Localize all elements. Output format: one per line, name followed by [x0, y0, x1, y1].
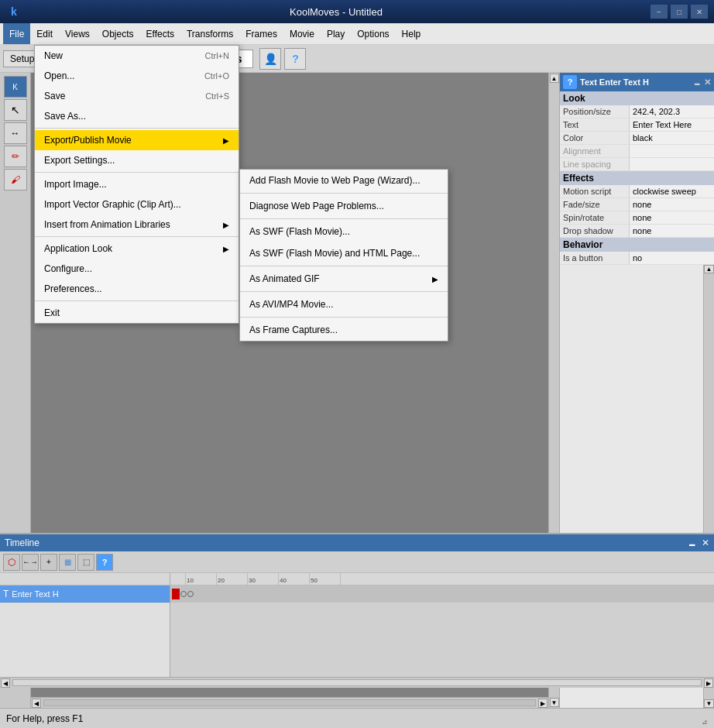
app-look-arrow: ▶	[223, 245, 229, 253]
setup-label: Setup	[10, 53, 34, 64]
frame-block-1[interactable]	[172, 589, 180, 599]
close-window-button[interactable]: ✕	[691, 5, 708, 19]
ruler-mark-50: 50	[310, 573, 341, 585]
prop-value-position[interactable]: 242.4, 202.3	[630, 105, 714, 118]
submenu-frame-captures[interactable]: As Frame Captures...	[240, 319, 448, 341]
prop-value-fade[interactable]: none	[630, 198, 714, 211]
timeline-hscrollbar[interactable]: ◀ ▶	[0, 677, 714, 688]
submenu-avi-mp4[interactable]: As AVI/MP4 Movie...	[240, 294, 448, 315]
ruler-mark-40: 40	[279, 573, 310, 585]
prop-name-color: Color	[560, 132, 630, 144]
submenu-add-flash-wizard[interactable]: Add Flash Movie to Web Page (Wizard)...	[240, 170, 448, 191]
menu-item-frames[interactable]: Frames	[239, 23, 283, 44]
prop-spin-rotate: Spin/rotate none	[560, 211, 714, 225]
status-text: For Help, press F1	[6, 713, 83, 724]
tl-scroll-left[interactable]: ◀	[1, 678, 10, 688]
menu-export-settings[interactable]: Export Settings...	[35, 150, 239, 170]
prop-value-motion[interactable]: clockwise sweep	[630, 185, 714, 197]
panel-close-button[interactable]: ✕	[704, 77, 711, 88]
ruler-mark-20: 20	[217, 573, 248, 585]
animated-gif-arrow: ▶	[432, 275, 438, 283]
menu-item-objects[interactable]: Objects	[96, 23, 140, 44]
tool-pencil[interactable]: ✏	[4, 146, 27, 167]
user-icon-button[interactable]: 👤	[259, 48, 281, 70]
right-panel-header: ? Text Enter Text H 🗕 ✕	[560, 73, 714, 91]
tl-tool-4[interactable]: ▦	[59, 554, 76, 571]
menu-item-options[interactable]: Options	[351, 23, 395, 44]
submenu-sep-4	[240, 291, 448, 292]
track-type-icon: T	[3, 589, 9, 599]
tl-tool-help[interactable]: ?	[96, 554, 113, 571]
tl-scroll-right[interactable]: ▶	[704, 678, 713, 688]
horizontal-scrollbar[interactable]: ◀ ▶	[31, 697, 548, 708]
panel-help-button[interactable]: ?	[563, 75, 577, 89]
tool-arrow1[interactable]: ↖	[4, 99, 27, 121]
menu-item-help[interactable]: Help	[396, 23, 427, 44]
submenu-swf-html[interactable]: As SWF (Flash Movie) and HTML Page...	[240, 242, 448, 264]
tool-select[interactable]: K	[4, 76, 27, 98]
menu-item-file[interactable]: File	[3, 23, 30, 44]
tool-arrow2[interactable]: ↔	[4, 122, 27, 144]
prop-name-position: Position/size	[560, 105, 630, 118]
submenu-diagnose-label: Diagnose Web Page Problems...	[249, 201, 384, 211]
menu-save[interactable]: Save Ctrl+S	[35, 86, 239, 106]
separator-3	[35, 236, 239, 237]
menu-item-views[interactable]: Views	[59, 23, 96, 44]
menu-export-publish[interactable]: Export/Publish Movie ▶	[35, 130, 239, 150]
panel-pin-button[interactable]: 🗕	[693, 78, 701, 87]
file-menu-dropdown: New Ctrl+N Open... Ctrl+O Save Ctrl+S Sa…	[34, 45, 239, 324]
menu-item-movie[interactable]: Movie	[283, 23, 321, 44]
resize-grip[interactable]: ⊿	[700, 717, 709, 726]
submenu-animated-gif[interactable]: As Animated GIF ▶	[240, 268, 448, 290]
prop-value-spin[interactable]: none	[630, 211, 714, 224]
menu-preferences[interactable]: Preferences...	[35, 279, 239, 299]
menu-item-effects[interactable]: Effects	[140, 23, 180, 44]
help-icon-button[interactable]: ?	[284, 48, 306, 70]
submenu-diagnose[interactable]: Diagnose Web Page Problems...	[240, 195, 448, 217]
tl-tool-5[interactable]: ⬚	[77, 554, 94, 571]
menu-item-play[interactable]: Play	[321, 23, 351, 44]
menu-item-edit[interactable]: Edit	[30, 23, 59, 44]
menu-item-transforms[interactable]: Transforms	[180, 23, 239, 44]
prop-value-text[interactable]: Enter Text Here	[630, 118, 714, 131]
frame-circle-1	[180, 591, 187, 597]
maximize-button[interactable]: □	[671, 5, 688, 19]
timeline-close-button[interactable]: ✕	[702, 537, 709, 548]
menu-exit[interactable]: Exit	[35, 303, 239, 323]
tool-paintbrush[interactable]: 🖌	[4, 169, 27, 191]
section-effects: Effects	[560, 171, 714, 185]
menu-preferences-label: Preferences...	[44, 283, 102, 294]
menu-import-vector[interactable]: Import Vector Graphic (Clip Art)...	[35, 194, 239, 215]
menu-open[interactable]: Open... Ctrl+O	[35, 66, 239, 86]
tl-scroll-thumb[interactable]	[12, 679, 702, 686]
menu-import-image[interactable]: Import Image...	[35, 174, 239, 194]
separator-1	[35, 128, 239, 129]
menu-app-look-label: Application Look	[44, 243, 112, 254]
tl-tool-1[interactable]: ⬡	[3, 554, 20, 571]
prop-is-button: Is a button no	[560, 252, 714, 265]
tl-tool-2[interactable]: ←→	[22, 554, 39, 571]
prop-value-color[interactable]: black	[630, 132, 714, 144]
logo-icon: k	[11, 5, 17, 18]
menu-configure[interactable]: Configure...	[35, 259, 239, 279]
prop-drop-shadow: Drop shadow none	[560, 225, 714, 238]
submenu-sep-1	[240, 193, 448, 194]
menu-insert-animation[interactable]: Insert from Animation Libraries ▶	[35, 215, 239, 235]
timeline-pin-button[interactable]: 🗕	[688, 537, 697, 548]
prop-name-shadow: Drop shadow	[560, 225, 630, 237]
prop-alignment: Alignment	[560, 145, 714, 158]
prop-value-shadow[interactable]: none	[630, 225, 714, 237]
submenu-sep-2	[240, 218, 448, 219]
menu-new[interactable]: New Ctrl+N	[35, 46, 239, 66]
prop-name-fade: Fade/size	[560, 198, 630, 211]
minimize-button[interactable]: −	[650, 5, 668, 19]
menu-app-look[interactable]: Application Look ▶	[35, 239, 239, 259]
frame-circle-2	[187, 591, 194, 597]
menu-saveas[interactable]: Save As...	[35, 106, 239, 126]
submenu-swf[interactable]: As SWF (Flash Movie)...	[240, 221, 448, 242]
prop-value-isbutton[interactable]: no	[630, 252, 714, 264]
prop-name-isbutton: Is a button	[560, 252, 630, 264]
right-panel-title: Text Enter Text H	[580, 77, 690, 87]
window-title: KoolMoves - Untitled	[22, 6, 650, 18]
tl-tool-3[interactable]: +	[40, 554, 57, 571]
